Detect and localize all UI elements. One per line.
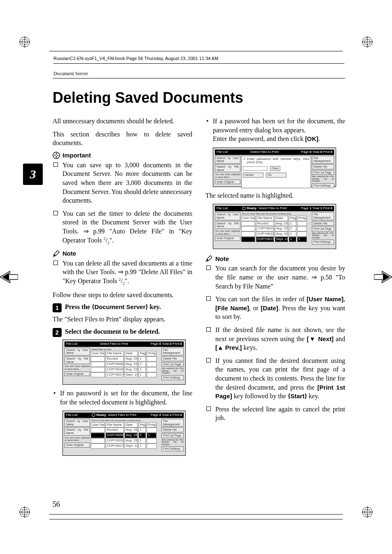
square-bullet-icon <box>53 261 58 265</box>
table-row[interactable]: COPY0032Aug. 151 <box>91 367 161 372</box>
search-user-button[interactable]: Search by User Name <box>65 348 90 355</box>
list-item: If no password is set for the document, … <box>53 389 192 406</box>
body-text: Follow these steps to delete saved docum… <box>53 291 192 300</box>
note-heading: Note <box>53 250 192 257</box>
table-row[interactable]: COPY0017Sept. 141 <box>91 443 161 449</box>
rule <box>53 78 345 78</box>
warning-icon: ⚠ <box>243 157 246 161</box>
list-item: If the desired file name is not shown, s… <box>205 325 345 352</box>
table-row[interactable]: COPY0030Aug. 152 <box>91 362 161 367</box>
important-heading: Important <box>53 152 192 159</box>
intro-paragraph: This section describes how to delete sav… <box>53 130 192 148</box>
fold-arrow-left-icon <box>0 270 18 284</box>
list-item: If you cannot find the desired document … <box>205 356 345 401</box>
square-bullet-icon <box>206 406 211 411</box>
ui-screenshot: File ListSelect Files to PrintPage 0 Tot… <box>213 148 336 187</box>
print-1st-page-button[interactable]: Print 1st Page <box>161 362 184 367</box>
step-2: 2 Select the document to be deleted. <box>53 328 192 337</box>
search-user-button[interactable]: Search by User Name <box>215 156 240 164</box>
note-label: Note <box>62 250 76 257</box>
print-settings-button[interactable]: Print Settings <box>161 446 184 451</box>
search-user-button[interactable]: Search by User Name <box>215 212 240 220</box>
step-number-badge: 1 <box>53 303 62 312</box>
table-row[interactable]: Rcode2Aug. 151 <box>91 427 161 433</box>
list-item: You can search for the document you desi… <box>205 264 345 291</box>
search-file-button[interactable]: Search by File Name <box>215 164 240 172</box>
square-bullet-icon <box>53 211 58 215</box>
page-title: Deleting Saved Documents <box>53 90 243 105</box>
password-input[interactable] <box>243 166 267 171</box>
table-row[interactable]: Rcode2Aug. 151 <box>241 221 311 226</box>
registration-mark-icon <box>19 36 30 48</box>
fold-arrow-right-icon <box>374 270 392 284</box>
svg-rect-23 <box>56 153 57 155</box>
list-item: Press the selected line again to cancel … <box>205 405 345 422</box>
search-user-button[interactable]: Search by User Name <box>65 419 90 427</box>
table-row[interactable]: COPY0032Aug. 151 <box>241 231 311 237</box>
ui-screenshot: File ListReady Select Files to PrintPage… <box>213 204 336 249</box>
note-label: Note <box>215 255 229 262</box>
section-label: Document Server <box>53 71 88 77</box>
step-1: 1 Press the {Document Server} key. <box>53 303 192 312</box>
registration-mark-icon <box>19 506 30 518</box>
clear-button[interactable]: Clear <box>270 166 280 171</box>
square-bullet-icon <box>206 265 211 270</box>
body-text: The selected name is highlighted. <box>205 191 345 200</box>
rule <box>49 519 343 519</box>
search-file-button[interactable]: Search by File Name <box>215 221 240 229</box>
file-management-button[interactable]: File Management <box>312 212 334 220</box>
print-settings-button[interactable]: Print Settings <box>312 240 334 245</box>
svg-rect-21 <box>54 155 55 156</box>
square-bullet-icon <box>206 296 211 301</box>
scan-original-button[interactable]: Scan Original <box>215 236 240 241</box>
scan-original-button[interactable]: Scan Original <box>215 180 240 185</box>
registration-mark-icon <box>362 506 373 518</box>
important-icon <box>53 152 60 159</box>
square-bullet-icon <box>53 162 58 167</box>
print-settings-button[interactable]: Print Settings <box>161 375 184 380</box>
registration-mark-icon <box>362 36 373 48</box>
file-management-button[interactable]: File Management <box>161 348 184 355</box>
scan-original-button[interactable]: Scan Original <box>65 443 90 448</box>
list-item: You can delete all the saved documents a… <box>53 259 192 286</box>
chapter-tab: 3 <box>23 164 43 185</box>
square-bullet-icon <box>206 358 211 362</box>
table-row[interactable]: COPY0031Aug. 152 <box>241 226 311 231</box>
page-number: 56 <box>53 500 60 509</box>
running-header: RussianC2-EN-sysF1_V4_FM.book Page 56 Th… <box>53 56 218 61</box>
list-item: If a password has been set for the docum… <box>205 117 345 143</box>
rule <box>49 51 343 51</box>
step-text: Select the document to be deleted. <box>65 328 160 335</box>
print-1st-page-button[interactable]: Print 1st Page <box>161 433 184 438</box>
list-item: You can set the timer to delete the docu… <box>53 209 192 246</box>
table-row[interactable]: COPY0017Sept. 141 <box>91 372 161 378</box>
delete-file-button[interactable]: Delete File <box>161 427 184 432</box>
note-heading: Note <box>205 255 345 262</box>
ui-screenshot: File ListSelect Files to PrintPage 0 Tot… <box>62 339 186 385</box>
pencil-icon <box>205 255 213 262</box>
ok-button[interactable]: OK <box>266 173 286 178</box>
square-bullet-icon <box>206 327 211 332</box>
svg-rect-22 <box>57 155 58 156</box>
delete-file-button[interactable]: Delete File <box>312 221 334 226</box>
table-row[interactable]: COPY0032Aug. 151 <box>91 438 161 443</box>
right-column: If a password has been set for the docum… <box>205 117 345 456</box>
search-file-button[interactable]: Search by File Name <box>65 356 90 364</box>
table-row[interactable]: COPY0017Sept. 1411 <box>241 237 311 242</box>
ui-screenshot: File ListReady Select Files to PrintPage… <box>62 411 186 456</box>
pencil-icon <box>53 250 60 257</box>
cancel-button[interactable]: Cancel <box>243 173 263 178</box>
table-row[interactable]: Rcode2Aug. 151 <box>91 356 161 362</box>
list-item: You can save up to 3,000 documents in th… <box>53 161 192 205</box>
important-label: Important <box>62 152 91 159</box>
delete-file-button[interactable]: Delete File <box>161 356 184 361</box>
file-management-button[interactable]: File Management <box>161 419 184 427</box>
step-number-badge: 2 <box>53 328 62 337</box>
search-file-button[interactable]: Search by File Name <box>65 427 90 435</box>
table-row[interactable]: COPY0030Aug. 1521 <box>91 433 161 438</box>
intro-paragraph: All unnecessary documents should be dele… <box>53 117 192 126</box>
print-1st-page-button[interactable]: Print 1st Page <box>312 226 334 231</box>
left-column: All unnecessary documents should be dele… <box>53 117 192 456</box>
scan-original-button[interactable]: Scan Original <box>65 372 90 376</box>
rule <box>49 514 343 515</box>
